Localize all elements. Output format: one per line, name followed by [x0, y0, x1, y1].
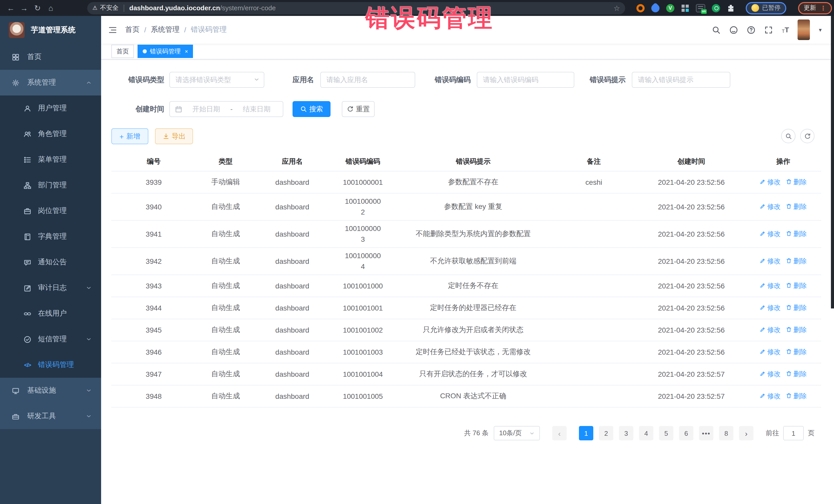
profile-chip[interactable]: 已暂停 [746, 2, 786, 14]
tab-首页[interactable]: 首页 [111, 45, 134, 58]
date-range-picker[interactable]: 开始日期 - 结束日期 [169, 101, 283, 117]
edit-link[interactable]: 修改 [760, 348, 781, 357]
cell-type: 自动生成 [196, 341, 255, 363]
goto-page-input[interactable] [783, 426, 804, 440]
delete-label: 删除 [793, 281, 807, 290]
breadcrumb-system[interactable]: 系统管理 [151, 25, 180, 35]
edit-icon [760, 348, 766, 356]
add-button[interactable]: + 新增 [111, 128, 148, 144]
bookmark-star-icon[interactable]: ☆ [614, 4, 620, 12]
header-search-icon[interactable] [712, 25, 721, 34]
cell-id: 3940 [111, 193, 196, 220]
cell-app: dashboard [255, 275, 329, 297]
edit-label: 修改 [767, 229, 781, 239]
cell-message: 参数配置 key 重复 [396, 193, 550, 220]
export-button[interactable]: 导出 [155, 128, 193, 144]
cell-actions: 修改删除 [745, 297, 821, 319]
extensions-puzzle-icon[interactable] [727, 4, 735, 12]
error-type-select[interactable] [169, 72, 264, 88]
app-name-input[interactable] [320, 72, 415, 88]
delete-link[interactable]: 删除 [786, 202, 807, 212]
extension-squares-icon[interactable] [681, 4, 689, 12]
sidebar-item-notice[interactable]: 通知公告 [0, 249, 101, 275]
error-code-input[interactable] [477, 72, 574, 88]
font-size-icon[interactable]: TT [782, 26, 789, 34]
sidebar-item-errcode[interactable]: </>错误码管理 [0, 352, 101, 378]
delete-link[interactable]: 删除 [786, 325, 807, 335]
cell-actions: 修改删除 [745, 363, 821, 385]
reset-button[interactable]: 重置 [342, 101, 375, 117]
sidebar-item-role[interactable]: 角色管理 [0, 121, 101, 147]
sidebar-item-online[interactable]: 在线用户 [0, 301, 101, 326]
sidebar-item-system[interactable]: 系统管理 [0, 70, 101, 95]
delete-link[interactable]: 删除 [786, 303, 807, 312]
edit-link[interactable]: 修改 [760, 229, 781, 239]
sidebar-item-audit[interactable]: 审计日志 [0, 275, 101, 301]
sidebar-item-dept[interactable]: 部门管理 [0, 172, 101, 198]
more-pages-button[interactable]: ••• [699, 426, 714, 440]
delete-link[interactable]: 删除 [786, 178, 807, 187]
edit-link[interactable]: 修改 [760, 370, 781, 379]
help-icon[interactable] [747, 25, 756, 34]
calendar-icon [175, 106, 182, 113]
extension-orange-icon[interactable] [636, 4, 644, 12]
search-button[interactable]: 搜索 [292, 101, 331, 117]
delete-link[interactable]: 删除 [786, 229, 807, 239]
edit-link[interactable]: 修改 [760, 178, 781, 187]
user-avatar[interactable] [798, 20, 810, 40]
tab-label: 错误码管理 [150, 45, 181, 58]
hide-search-button[interactable] [781, 129, 795, 143]
page-button-2[interactable]: 2 [599, 426, 613, 440]
page-button-4[interactable]: 4 [639, 426, 653, 440]
edit-link[interactable]: 修改 [760, 325, 781, 335]
url-bar[interactable]: ⚠ 不安全 dashboard.yudao.iocoder.cn/system/… [87, 2, 625, 14]
edit-link[interactable]: 修改 [760, 303, 781, 312]
reload-icon[interactable]: ↻ [31, 0, 44, 16]
window-scrollbar[interactable] [831, 16, 834, 308]
error-hint-input[interactable] [632, 72, 730, 88]
back-icon[interactable]: ← [4, 0, 18, 16]
sidebar-item-infra[interactable]: 基础设施 [0, 378, 101, 403]
github-icon[interactable] [729, 25, 738, 34]
close-icon[interactable]: × [185, 45, 188, 58]
page-button-8[interactable]: 8 [719, 426, 733, 440]
prev-page-button[interactable]: ‹ [552, 426, 567, 440]
sidebar-item-menu[interactable]: 菜单管理 [0, 147, 101, 172]
edit-link[interactable]: 修改 [760, 392, 781, 401]
page-button-6[interactable]: 6 [679, 426, 694, 440]
page-button-5[interactable]: 5 [659, 426, 673, 440]
delete-link[interactable]: 删除 [786, 392, 807, 401]
hamburger-icon[interactable] [108, 25, 117, 34]
page-button-1[interactable]: 1 [579, 426, 593, 440]
user-caret-down-icon[interactable]: ▾ [819, 26, 822, 33]
edit-link[interactable]: 修改 [760, 281, 781, 290]
forward-icon[interactable]: → [18, 0, 31, 16]
edit-link[interactable]: 修改 [760, 202, 781, 212]
tab-错误码管理[interactable]: 错误码管理× [137, 45, 193, 58]
next-page-button[interactable]: › [739, 426, 753, 440]
edit-link[interactable]: 修改 [760, 257, 781, 266]
breadcrumb-home[interactable]: 首页 [125, 25, 139, 35]
extension-green-icon[interactable]: V [666, 4, 674, 12]
delete-link[interactable]: 删除 [786, 348, 807, 357]
create-time-label: 创建时间 [119, 105, 164, 114]
sidebar-item-devtool[interactable]: 研发工具 [0, 403, 101, 429]
sidebar-item-dict[interactable]: 字典管理 [0, 224, 101, 249]
page-button-3[interactable]: 3 [619, 426, 633, 440]
refresh-table-button[interactable] [800, 129, 814, 143]
extension-blue-icon[interactable] [650, 2, 661, 14]
sidebar-item-sms[interactable]: 短信管理 [0, 326, 101, 352]
book-icon [23, 233, 32, 240]
delete-link[interactable]: 删除 [786, 257, 807, 266]
home-icon[interactable]: ⌂ [44, 0, 58, 16]
sidebar-item-post[interactable]: 岗位管理 [0, 198, 101, 224]
sidebar-item-home[interactable]: 首页 [0, 44, 101, 70]
page-size-select[interactable]: 10条/页 [494, 426, 540, 440]
delete-link[interactable]: 删除 [786, 281, 807, 290]
extension-key-icon[interactable] [712, 4, 720, 12]
extension-on-badge-icon[interactable]: on [696, 4, 705, 12]
sidebar-item-user[interactable]: 用户管理 [0, 95, 101, 121]
delete-link[interactable]: 删除 [786, 370, 807, 379]
update-button[interactable]: 更新 ⋮ [798, 2, 832, 14]
fullscreen-icon[interactable] [765, 25, 773, 34]
